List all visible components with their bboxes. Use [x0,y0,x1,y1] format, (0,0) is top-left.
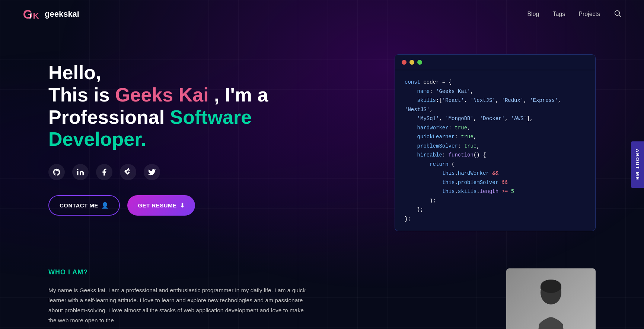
contact-icon: 👤 [101,202,109,209]
hero-greeting: Hello, [48,62,268,84]
logo[interactable]: G / K geekskai [22,7,79,22]
code-line-13: ); [405,196,586,206]
hero-buttons: CONTACT ME 👤 GET RESUME ⬇ [48,195,268,216]
hero-role-end: Developer. [48,128,268,151]
svg-line-4 [619,15,621,17]
code-line-6: quickLearner: true, [405,132,586,142]
twitter-icon[interactable] [144,164,160,180]
nav-links: Blog Tags Projects [527,9,622,19]
nav-projects[interactable]: Projects [578,11,600,17]
hero-content: Hello, This is Geeks Kai , I'm a Profess… [48,51,268,216]
github-icon[interactable] [48,164,65,180]
logo-icon: G / K [22,7,42,22]
code-line-12: this.skills.length >= 5 [405,187,586,196]
code-line-11: this.problemSolver && [405,178,586,187]
code-line-7: problemSolver: true, [405,142,586,151]
linkedin-icon[interactable] [72,164,89,180]
hero-name: Geeks Kai [115,84,209,106]
role-software: Software [170,106,252,128]
code-body: const coder = { name: 'Geeks Kai', skill… [395,70,595,231]
code-line-15: }; [405,215,586,224]
dot-red [402,60,407,65]
leetcode-icon[interactable] [120,164,136,180]
code-line-5: hardWorker: true, [405,123,586,133]
resume-button[interactable]: GET RESUME ⬇ [127,195,195,216]
code-line-3: skills:['React', 'NextJS', 'Redux', 'Exp… [405,96,586,114]
search-icon[interactable] [613,9,622,19]
hero-role: Professional Software [48,106,268,129]
role-start: Professional [48,106,170,128]
svg-point-5 [77,169,79,170]
svg-text:/: / [29,11,32,20]
subtitle-mid: , I'm a [209,84,268,106]
hero-subtitle: This is Geeks Kai , I'm a [48,84,268,106]
code-card-header [395,55,595,70]
hero-section: Hello, This is Geeks Kai , I'm a Profess… [0,28,644,254]
about-section: WHO I AM? My name is Geeks kai. I am a p… [0,254,644,329]
svg-text:K: K [33,11,39,20]
nav-blog[interactable]: Blog [527,11,539,17]
dot-yellow [409,60,414,65]
code-line-14: }; [405,205,586,215]
contact-button[interactable]: CONTACT ME 👤 [48,195,120,216]
about-me-tab[interactable]: ABOUT ME [631,141,644,188]
social-icons [48,164,268,180]
code-card: const coder = { name: 'Geeks Kai', skill… [395,54,596,231]
code-line-2: name: 'Geeks Kai', [405,87,586,96]
resume-label: GET RESUME [138,202,176,209]
person-silhouette [525,276,577,329]
download-icon: ⬇ [180,202,185,209]
code-line-1: const coder = { [405,78,586,87]
code-line-10: this.hardWorker && [405,169,586,178]
code-line-4: 'MySql', 'MongoDB', 'Docker', 'AWS'], [405,114,586,123]
about-description: My name is Geeks kai. I am a professiona… [48,285,309,326]
navbar: G / K geekskai Blog Tags Projects [0,0,644,28]
svg-point-3 [615,10,620,15]
role-developer: Developer. [48,128,146,150]
about-photo [506,268,596,329]
code-line-9: return ( [405,160,586,169]
logo-text: geekskai [45,9,79,19]
dot-green [417,60,422,65]
facebook-icon[interactable] [96,164,112,180]
svg-rect-8 [541,285,561,290]
nav-tags[interactable]: Tags [552,11,565,17]
subtitle-start: This is [48,84,115,106]
code-line-8: hireable: function() { [405,151,586,160]
contact-label: CONTACT ME [60,202,98,209]
about-title: WHO I AM? [48,268,476,276]
about-left: WHO I AM? My name is Geeks kai. I am a p… [48,268,476,326]
